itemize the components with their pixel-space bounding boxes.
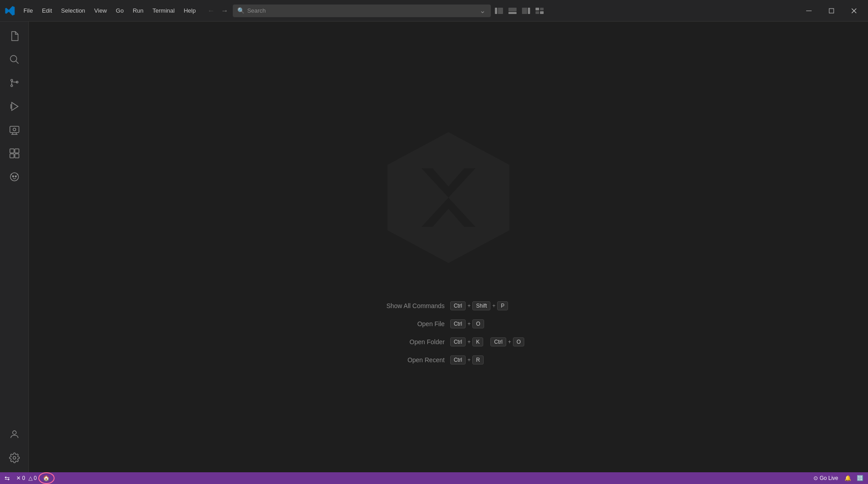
settings-icon[interactable] bbox=[4, 447, 25, 469]
layout-sidebar-right-button[interactable] bbox=[520, 5, 532, 17]
error-count: 0 bbox=[22, 475, 25, 481]
shortcut-open-file[interactable]: Open File Ctrl + O bbox=[373, 319, 484, 328]
statusbar-errors[interactable]: ✕ 0 △ 0 bbox=[14, 472, 39, 484]
svg-rect-0 bbox=[495, 8, 497, 14]
svg-point-17 bbox=[11, 85, 13, 87]
svg-rect-7 bbox=[540, 8, 544, 10]
search-icon[interactable] bbox=[4, 49, 25, 70]
bell-icon: 🔔 bbox=[845, 475, 851, 481]
svg-rect-9 bbox=[540, 11, 544, 14]
svg-rect-8 bbox=[536, 11, 539, 14]
shortcut-keys-open-folder: Ctrl + K Ctrl + O bbox=[450, 337, 525, 346]
statusbar: ⇆ ✕ 0 △ 0 🏠 ⊙ Go Live 🔔 🔠 bbox=[0, 472, 868, 484]
svg-rect-2 bbox=[508, 8, 517, 11]
live-share-icon[interactable] bbox=[4, 166, 25, 188]
shortcut-keys-open-recent: Ctrl + R bbox=[450, 355, 484, 364]
key-p: P bbox=[497, 301, 508, 310]
layout-sidebar-left-button[interactable] bbox=[493, 5, 505, 17]
warning-count: 0 bbox=[34, 475, 37, 481]
shortcut-label-open-folder: Open Folder bbox=[373, 338, 445, 346]
run-debug-icon[interactable] bbox=[4, 96, 25, 117]
vscode-watermark bbox=[372, 130, 525, 283]
svg-marker-20 bbox=[12, 102, 18, 111]
menu-view[interactable]: View bbox=[91, 5, 111, 16]
vscode-logo bbox=[4, 5, 16, 17]
remote-icon: ⇆ bbox=[5, 475, 10, 482]
svg-point-37 bbox=[13, 456, 16, 459]
key-k: K bbox=[472, 337, 483, 346]
key-shift: Shift bbox=[472, 301, 490, 310]
key-ctrl: Ctrl bbox=[450, 319, 466, 328]
menu-edit[interactable]: Edit bbox=[38, 5, 55, 16]
shortcut-keys-open-file: Ctrl + O bbox=[450, 319, 484, 328]
menu-file[interactable]: File bbox=[20, 5, 37, 16]
nav-buttons: ← → bbox=[205, 5, 231, 17]
svg-rect-28 bbox=[15, 149, 19, 153]
error-icon: ✕ bbox=[16, 475, 21, 481]
activity-bar-bottom bbox=[4, 424, 25, 469]
go-live-label: Go Live bbox=[820, 475, 838, 481]
menu-run[interactable]: Run bbox=[129, 5, 147, 16]
menu-terminal[interactable]: Terminal bbox=[149, 5, 178, 16]
key-o: O bbox=[472, 319, 484, 328]
search-bar[interactable]: 🔍 Search ⌄ bbox=[233, 5, 491, 17]
source-control-icon[interactable] bbox=[4, 72, 25, 94]
key-r: R bbox=[472, 355, 484, 364]
shortcut-label-show-all-commands: Show All Commands bbox=[373, 302, 445, 309]
home-button-wrapper: 🏠 bbox=[40, 472, 52, 484]
svg-point-32 bbox=[12, 176, 14, 177]
search-dropdown-button[interactable]: ⌄ bbox=[479, 7, 486, 14]
menu-go[interactable]: Go bbox=[112, 5, 127, 16]
svg-rect-4 bbox=[522, 8, 527, 14]
statusbar-broadcast[interactable]: 🔠 bbox=[854, 472, 866, 484]
statusbar-remote-button[interactable]: ⇆ bbox=[2, 472, 13, 484]
titlebar: File Edit Selection View Go Run Terminal… bbox=[0, 0, 868, 22]
menu-help[interactable]: Help bbox=[180, 5, 199, 16]
svg-rect-3 bbox=[508, 12, 517, 14]
nav-forward-button[interactable]: → bbox=[218, 5, 231, 17]
shortcut-open-folder[interactable]: Open Folder Ctrl + K Ctrl + O bbox=[373, 337, 525, 346]
window-close-button[interactable] bbox=[844, 4, 864, 18]
svg-point-33 bbox=[15, 176, 16, 177]
svg-marker-38 bbox=[388, 132, 509, 263]
explorer-icon[interactable] bbox=[4, 25, 25, 47]
remote-explorer-icon[interactable] bbox=[4, 119, 25, 141]
shortcut-label-open-recent: Open Recent bbox=[373, 356, 445, 364]
svg-point-36 bbox=[13, 431, 16, 434]
svg-rect-27 bbox=[10, 149, 14, 153]
home-button[interactable]: 🏠 bbox=[40, 472, 52, 484]
svg-point-26 bbox=[13, 128, 16, 131]
svg-point-14 bbox=[10, 55, 17, 62]
search-bar-icon: 🔍 bbox=[237, 7, 245, 14]
svg-point-31 bbox=[10, 173, 18, 181]
key-ctrl: Ctrl bbox=[450, 355, 466, 364]
svg-rect-11 bbox=[829, 9, 834, 13]
home-icon: 🏠 bbox=[43, 475, 50, 481]
svg-point-16 bbox=[11, 79, 13, 81]
svg-rect-1 bbox=[498, 8, 503, 14]
editor-area: Show All Commands Ctrl + Shift + P Open … bbox=[29, 22, 868, 472]
shortcuts-panel: Show All Commands Ctrl + Shift + P Open … bbox=[373, 301, 525, 364]
layout-panel-button[interactable] bbox=[506, 5, 519, 17]
svg-rect-29 bbox=[10, 154, 14, 158]
statusbar-right: ⊙ Go Live 🔔 🔠 bbox=[810, 472, 866, 484]
nav-back-button[interactable]: ← bbox=[205, 5, 217, 17]
account-icon[interactable] bbox=[4, 424, 25, 445]
svg-rect-10 bbox=[806, 10, 812, 11]
key-ctrl: Ctrl bbox=[450, 301, 466, 310]
go-live-button[interactable]: ⊙ Go Live bbox=[810, 472, 842, 484]
window-minimize-button[interactable] bbox=[799, 4, 819, 18]
shortcut-label-open-file: Open File bbox=[373, 320, 445, 327]
window-restore-button[interactable] bbox=[821, 4, 842, 18]
shortcut-show-all-commands[interactable]: Show All Commands Ctrl + Shift + P bbox=[373, 301, 508, 310]
statusbar-notifications-bell[interactable]: 🔔 bbox=[842, 472, 854, 484]
shortcut-keys-show-all-commands: Ctrl + Shift + P bbox=[450, 301, 508, 310]
key-o2: O bbox=[513, 337, 524, 346]
extensions-icon[interactable] bbox=[4, 143, 25, 164]
svg-line-15 bbox=[16, 61, 18, 64]
key-ctrl: Ctrl bbox=[450, 337, 466, 346]
activity-bar bbox=[0, 22, 29, 472]
layout-customize-button[interactable] bbox=[533, 5, 546, 17]
menu-selection[interactable]: Selection bbox=[57, 5, 88, 16]
shortcut-open-recent[interactable]: Open Recent Ctrl + R bbox=[373, 355, 484, 364]
